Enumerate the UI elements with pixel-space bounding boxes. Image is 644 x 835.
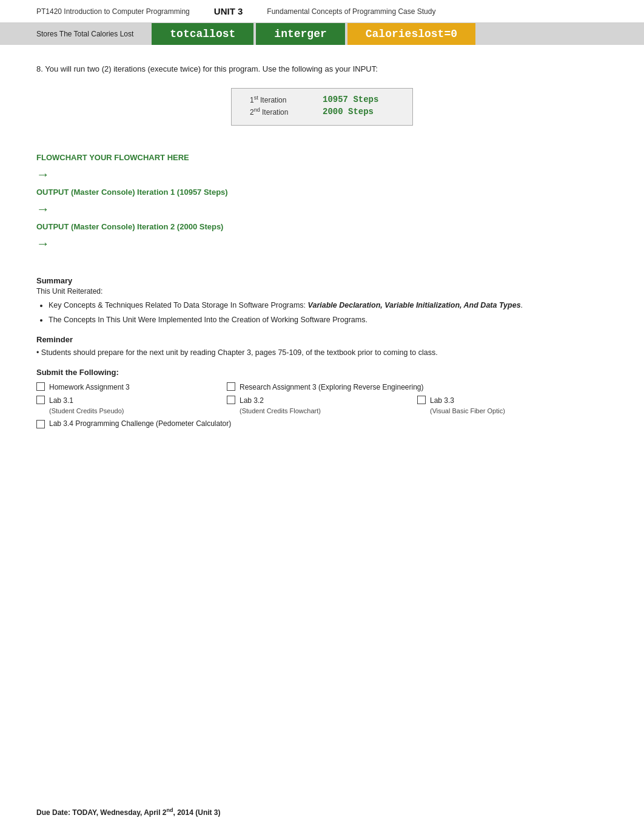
submit-item-research3-label: Research Assignment 3 (Exploring Reverse…	[240, 382, 424, 393]
reminder-text: • Students should prepare for the next u…	[36, 347, 608, 359]
arrow-3: →	[36, 236, 608, 252]
submit-item-lab32-sub: (Student Credits Flowchart)	[240, 406, 321, 416]
checkbox-lab33[interactable]	[417, 396, 426, 404]
submit-item-lab31-label: Lab 3.1	[49, 395, 124, 406]
checkbox-lab32[interactable]	[227, 396, 235, 404]
iteration-1-label: 1st Iteration	[250, 95, 323, 104]
submit-item-hw3-label: Homework Assignment 3	[49, 382, 130, 393]
checkbox-lab34[interactable]	[36, 420, 45, 428]
variable-init: Calorieslost=0	[347, 23, 475, 45]
submit-item-lab31-sub: (Student Credits Pseudo)	[49, 406, 124, 416]
iteration-row-2: 2nd Iteration 2000 Steps	[250, 107, 394, 117]
output2-link[interactable]: OUTPUT (Master Console) Iteration 2 (200…	[36, 222, 608, 231]
summary-bullet-1: Key Concepts & Techniques Related To Dat…	[49, 299, 608, 311]
submit-item-lab33-label: Lab 3.3	[430, 395, 505, 406]
iter-sup-1: st	[254, 95, 258, 101]
checkbox-research3[interactable]	[227, 382, 235, 391]
checkbox-hw3[interactable]	[36, 382, 45, 391]
reminder-title: Reminder	[36, 335, 608, 344]
submit-item-hw3: Homework Assignment 3	[36, 382, 227, 393]
page: PT1420 Introduction to Computer Programm…	[0, 0, 644, 835]
variable-row: Stores The Total Calories Lost totcallos…	[0, 23, 644, 45]
unit-label: UNIT 3	[214, 6, 243, 16]
flowchart-link[interactable]: FLOWCHART YOUR FLOWCHART HERE	[36, 153, 608, 162]
submit-item-lab32: Lab 3.2 (Student Credits Flowchart)	[227, 395, 417, 416]
output1-link[interactable]: OUTPUT (Master Console) Iteration 1 (109…	[36, 188, 608, 197]
iteration-1-value: 10957 Steps	[323, 95, 378, 104]
submit-item-lab34-label: Lab 3.4 Programming Challenge (Pedometer…	[49, 419, 231, 428]
summary-bullet-2: The Concepts In This Unit Were Implement…	[49, 314, 608, 326]
submit-item-lab34: Lab 3.4 Programming Challenge (Pedometer…	[36, 419, 608, 428]
submit-item-research3: Research Assignment 3 (Exploring Reverse…	[227, 382, 608, 393]
submit-title: Submit the Following:	[36, 368, 608, 377]
header-title: Fundamental Concepts of Programming Case…	[267, 7, 608, 16]
submit-item-lab33-sub: (Visual Basic Fiber Optic)	[430, 406, 505, 416]
header-bar: PT1420 Introduction to Computer Programm…	[0, 0, 644, 23]
bullet-1-bold: Variable Declaration, Variable Initializ…	[308, 301, 521, 309]
arrow-2: →	[36, 201, 608, 217]
summary-subtitle: This Unit Reiterated:	[36, 287, 608, 296]
footer: Due Date: TODAY, Wednesday, April 2nd, 2…	[36, 807, 221, 817]
submit-item-lab33: Lab 3.3 (Visual Basic Fiber Optic)	[417, 395, 608, 416]
variable-type: interger	[256, 23, 344, 45]
iter-sup-2: nd	[254, 107, 260, 113]
footer-text: Due Date: TODAY, Wednesday, April 2nd, 2…	[36, 808, 221, 817]
iteration-2-value: 2000 Steps	[323, 107, 374, 117]
summary-section: Summary This Unit Reiterated: Key Concep…	[36, 276, 608, 429]
summary-title: Summary	[36, 276, 608, 285]
question-8: 8. You will run two (2) iterations (exec…	[36, 63, 608, 76]
bullet-1-text-before: Key Concepts & Techniques Related To Dat…	[49, 301, 308, 309]
submit-grid: Homework Assignment 3 Research Assignmen…	[36, 382, 608, 416]
bullet-1-text-after: .	[521, 301, 523, 309]
variable-name: totcallost	[152, 23, 253, 45]
submit-item-lab32-label: Lab 3.2	[240, 395, 321, 406]
iteration-table-wrapper: 1st Iteration 10957 Steps 2nd Iteration …	[36, 88, 608, 141]
arrow-1: →	[36, 167, 608, 183]
variable-label: Stores The Total Calories Lost	[36, 25, 152, 43]
iteration-table: 1st Iteration 10957 Steps 2nd Iteration …	[231, 88, 413, 126]
iteration-row-1: 1st Iteration 10957 Steps	[250, 95, 394, 104]
bullet-2-text: The Concepts In This Unit Were Implement…	[49, 316, 367, 324]
footer-due-label: Due Date: TODAY, Wednesday, April 2nd, 2…	[36, 808, 221, 817]
submit-item-lab31: Lab 3.1 (Student Credits Pseudo)	[36, 395, 227, 416]
checkbox-lab31[interactable]	[36, 396, 45, 404]
summary-bullets: Key Concepts & Techniques Related To Dat…	[49, 299, 608, 326]
footer-sup: nd	[167, 807, 173, 813]
main-content: 8. You will run two (2) iterations (exec…	[0, 45, 644, 449]
iteration-2-label: 2nd Iteration	[250, 107, 323, 117]
course-label: PT1420 Introduction to Computer Programm…	[36, 7, 190, 16]
